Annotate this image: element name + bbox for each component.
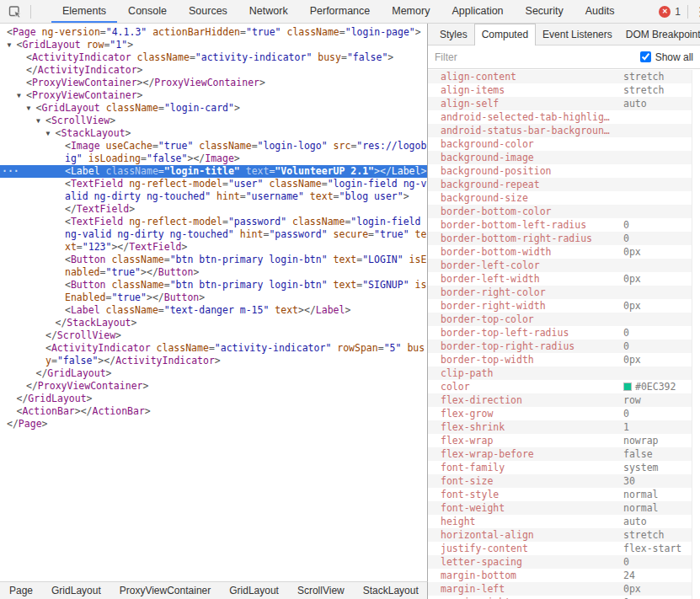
computed-property-row[interactable]: background-size bbox=[428, 191, 692, 205]
sidebar-tab-computed[interactable]: Computed bbox=[474, 24, 536, 45]
show-all-checkbox[interactable] bbox=[640, 51, 651, 62]
breadcrumb-item-gridlayout[interactable]: GridLayout bbox=[42, 582, 110, 599]
tree-node-stacklayout[interactable]: ▼<StackLayout> bbox=[0, 127, 427, 140]
tab-application[interactable]: Application bbox=[441, 0, 514, 23]
computed-property-row[interactable]: color#0EC392 bbox=[428, 380, 692, 393]
tab-console[interactable]: Console bbox=[117, 0, 178, 23]
tab-security[interactable]: Security bbox=[515, 0, 574, 23]
tab-audits[interactable]: Audits bbox=[574, 0, 626, 23]
computed-property-row[interactable]: border-left-color bbox=[428, 259, 692, 272]
tree-node-image[interactable]: <Image useCache="true" className="login-… bbox=[0, 140, 427, 165]
tree-node-textfield[interactable]: <TextField ng-reflect-model="user" class… bbox=[0, 178, 427, 203]
breadcrumb-item-scrollview[interactable]: ScrollView bbox=[288, 582, 354, 599]
tree-node-label[interactable]: <Label className="text-danger m-15" text… bbox=[0, 304, 427, 317]
tree-node-textfield[interactable]: </TextField> bbox=[0, 203, 427, 216]
computed-property-row[interactable]: margin-bottom24 bbox=[428, 569, 692, 582]
color-swatch[interactable] bbox=[623, 382, 632, 391]
computed-property-row[interactable]: border-bottom-right-radius0 bbox=[428, 232, 692, 245]
breadcrumb-item-gridlayout[interactable]: GridLayout bbox=[220, 582, 288, 599]
expand-arrow-icon[interactable]: ▼ bbox=[46, 127, 56, 140]
sidebar-tab-dom-breakpoints[interactable]: DOM Breakpoints bbox=[619, 24, 700, 45]
computed-property-row[interactable]: align-selfauto bbox=[428, 97, 692, 110]
breadcrumb-item-proxyviewcontainer[interactable]: ProxyViewContainer bbox=[110, 582, 221, 599]
tree-node-textfield[interactable]: <TextField ng-reflect-model="password" c… bbox=[0, 216, 427, 254]
computed-property-row[interactable]: border-right-color bbox=[428, 286, 692, 299]
tree-node-activityindicator[interactable]: </ActivityIndicator> bbox=[0, 64, 427, 77]
tree-node-button[interactable]: <Button className="btn btn-primary login… bbox=[0, 279, 427, 304]
computed-property-row[interactable]: font-size30 bbox=[428, 474, 692, 488]
more-menu-icon[interactable]: ⋮ bbox=[694, 4, 700, 19]
tree-node-page[interactable]: <Page ng-version="4.1.3" actionBarHidden… bbox=[0, 26, 427, 39]
tree-node-gridlayout[interactable]: </GridLayout> bbox=[0, 367, 427, 380]
computed-property-row[interactable]: font-stylenormal bbox=[428, 488, 692, 501]
computed-property-row[interactable]: background-image bbox=[428, 151, 692, 164]
tree-node-proxyviewcontainer[interactable]: <ProxyViewContainer></ProxyViewContainer… bbox=[0, 77, 427, 89]
tab-performance[interactable]: Performance bbox=[299, 0, 382, 23]
tree-node-stacklayout[interactable]: </StackLayout> bbox=[0, 317, 427, 329]
tree-node-gridlayout[interactable]: ▼<GridLayout className="login-card"> bbox=[0, 102, 427, 115]
computed-property-row[interactable]: heightauto bbox=[428, 515, 692, 528]
computed-property-row[interactable]: border-top-left-radius0 bbox=[428, 326, 692, 340]
computed-property-row[interactable]: font-familysystem bbox=[428, 461, 692, 474]
tree-node-activityindicator[interactable]: <ActivityIndicator className="activity-i… bbox=[0, 342, 427, 367]
computed-property-row[interactable]: android-status-bar-backgroun… bbox=[428, 124, 692, 137]
computed-property-row[interactable]: background-color bbox=[428, 137, 692, 151]
tree-node-page[interactable]: </Page> bbox=[0, 418, 427, 431]
show-all-toggle[interactable]: Show all bbox=[640, 51, 693, 63]
overflow-menu-dots-icon[interactable]: ... bbox=[2, 165, 19, 175]
tree-node-button[interactable]: <Button className="btn btn-primary login… bbox=[0, 254, 427, 279]
computed-property-row[interactable]: flex-grow0 bbox=[428, 407, 692, 420]
computed-property-row[interactable]: justify-contentflex-start bbox=[428, 542, 692, 555]
tree-node-actionbar[interactable]: <ActionBar></ActionBar> bbox=[0, 405, 427, 418]
tree-node-scrollview[interactable]: ▼<ScrollView> bbox=[0, 115, 427, 127]
expand-arrow-icon[interactable]: ▼ bbox=[8, 39, 17, 51]
tree-node-scrollview[interactable]: </ScrollView> bbox=[0, 329, 427, 342]
computed-property-row[interactable]: clip-path bbox=[428, 366, 692, 380]
computed-property-row[interactable]: letter-spacing0 bbox=[428, 555, 692, 569]
tree-node-proxyviewcontainer[interactable]: </ProxyViewContainer> bbox=[0, 380, 427, 393]
tab-memory[interactable]: Memory bbox=[381, 0, 441, 23]
tab-elements[interactable]: Elements bbox=[51, 0, 117, 23]
tree-node-gridlayout[interactable]: ▼<GridLayout row="1"> bbox=[0, 39, 427, 51]
computed-property-row[interactable]: flex-shrink1 bbox=[428, 420, 692, 434]
computed-property-row[interactable]: horizontal-alignstretch bbox=[428, 528, 692, 542]
tab-network[interactable]: Network bbox=[238, 0, 299, 23]
filter-input[interactable] bbox=[435, 51, 640, 63]
syntax-punctuation: > bbox=[298, 304, 304, 316]
computed-property-row[interactable]: margin-right0px bbox=[428, 596, 692, 599]
inspect-icon[interactable] bbox=[7, 4, 24, 19]
computed-property-row[interactable]: align-contentstretch bbox=[428, 70, 692, 83]
syntax-punctuation: = bbox=[339, 26, 345, 38]
computed-property-row[interactable]: border-top-color bbox=[428, 313, 692, 326]
computed-property-row[interactable]: flex-wrap-beforefalse bbox=[428, 447, 692, 461]
computed-property-row[interactable]: border-bottom-left-radius0 bbox=[428, 218, 692, 232]
tree-node-proxyviewcontainer[interactable]: ▼<ProxyViewContainer> bbox=[0, 89, 427, 102]
scrollbar-track[interactable] bbox=[692, 70, 700, 599]
tree-node-activityindicator[interactable]: <ActivityIndicator className="activity-i… bbox=[0, 51, 427, 64]
tree-node-gridlayout[interactable]: </GridLayout> bbox=[0, 393, 427, 405]
computed-property-row[interactable]: align-itemsstretch bbox=[428, 83, 692, 97]
computed-property-row[interactable]: border-top-width0px bbox=[428, 353, 692, 366]
computed-property-row[interactable]: font-weightnormal bbox=[428, 501, 692, 515]
computed-property-row[interactable]: flex-directionrow bbox=[428, 393, 692, 407]
tab-sources[interactable]: Sources bbox=[178, 0, 238, 23]
tree-node-label[interactable]: ...<Label className="login-title" text="… bbox=[0, 165, 427, 178]
computed-property-row[interactable]: border-bottom-width0px bbox=[428, 245, 692, 259]
computed-property-row[interactable]: flex-wrapnowrap bbox=[428, 434, 692, 447]
breadcrumb-item-stacklayout[interactable]: StackLayout bbox=[354, 582, 428, 599]
computed-property-row[interactable]: border-left-width0px bbox=[428, 272, 692, 286]
computed-property-row[interactable]: background-position bbox=[428, 164, 692, 178]
breadcrumb-item-page[interactable]: Page bbox=[0, 582, 42, 599]
computed-property-row[interactable]: border-right-width0px bbox=[428, 299, 692, 313]
computed-property-row[interactable]: border-top-right-radius0 bbox=[428, 340, 692, 353]
computed-property-row[interactable]: border-bottom-color bbox=[428, 205, 692, 218]
sidebar-tab-styles[interactable]: Styles bbox=[433, 24, 474, 45]
expand-arrow-icon[interactable]: ▼ bbox=[17, 89, 26, 102]
expand-arrow-icon[interactable]: ▼ bbox=[27, 102, 36, 115]
console-error-badge[interactable]: ✕ 1 bbox=[659, 6, 681, 18]
sidebar-tab-event-listeners[interactable]: Event Listeners bbox=[536, 24, 619, 45]
computed-property-row[interactable]: android-selected-tab-highlig… bbox=[428, 110, 692, 124]
computed-property-row[interactable]: background-repeat bbox=[428, 178, 692, 191]
computed-property-row[interactable]: margin-left0px bbox=[428, 582, 692, 596]
expand-arrow-icon[interactable]: ▼ bbox=[36, 115, 45, 127]
